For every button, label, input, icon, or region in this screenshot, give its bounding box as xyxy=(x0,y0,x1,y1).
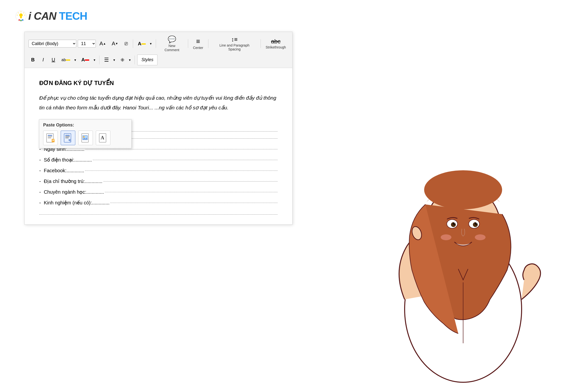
field-label-facebook: Facebook:............. xyxy=(44,166,84,175)
bullets-btn[interactable]: ☰ xyxy=(102,56,111,64)
toolbar-row2: B I U ab ▾ A ▾ ☰ xyxy=(29,54,288,65)
hanoi-tour-text: Hanoi Touri... xyxy=(123,105,153,110)
center-icon: ≡ xyxy=(196,38,200,45)
field-chuyen-nganh: - Chuyên ngành học:............. xyxy=(39,188,278,196)
new-comment-icon: 💬 xyxy=(168,35,176,43)
font-family-select[interactable]: Calibri (Body) xyxy=(29,40,76,48)
doc-intro: Để phục vụ cho công tác tuyển dụng đạt h… xyxy=(39,93,278,112)
font-color-dropdown2[interactable]: ▾ xyxy=(92,56,97,64)
paste-options-title: Paste Options: xyxy=(43,122,128,128)
svg-rect-15 xyxy=(48,138,51,138)
numbering-dropdown[interactable]: ▾ xyxy=(127,56,132,64)
doc-title: ĐƠN ĐĂNG KÝ DỰ TUYỂN xyxy=(39,78,278,88)
numbering-btn[interactable]: ⁜ xyxy=(118,56,127,64)
svg-point-1 xyxy=(19,14,23,17)
font-color-btn[interactable]: A xyxy=(136,39,148,48)
line-spacing-label: Line and Paragraph Spacing xyxy=(213,43,256,52)
svg-rect-14 xyxy=(48,136,52,137)
svg-point-11 xyxy=(22,19,24,21)
increase-font-btn[interactable]: A▲ xyxy=(97,39,108,48)
svg-point-36 xyxy=(454,222,455,224)
paste-keep-source-btn[interactable] xyxy=(43,130,58,145)
field-facebook: - Facebook:............. xyxy=(39,166,278,175)
paste-picture-btn[interactable] xyxy=(78,130,93,145)
decrease-font-btn[interactable]: A▼ xyxy=(110,39,120,48)
new-comment-block[interactable]: 💬 New Comment xyxy=(158,34,186,53)
paste-icons-row: A xyxy=(43,130,128,145)
new-comment-label: New Comment xyxy=(161,44,183,52)
svg-line-7 xyxy=(18,13,19,13)
dash3: - xyxy=(39,156,41,164)
svg-rect-2 xyxy=(20,17,22,18)
line-spacing-block[interactable]: ↕≡ Line and Paragraph Spacing xyxy=(211,35,258,52)
strikethrough-icon: abc xyxy=(271,38,281,45)
font-size-select[interactable]: 11 xyxy=(78,40,96,48)
svg-point-10 xyxy=(20,20,22,21)
divider6 xyxy=(99,56,100,64)
paste-options-popup: Paste Options: xyxy=(39,120,132,148)
field-label-diachi: Địa chỉ thường trú:............. xyxy=(44,177,102,186)
dotted6 xyxy=(105,192,278,192)
toolbar-row1: Calibri (Body) 11 A▲ A▼ ⎚ A ▾ 💬 New xyxy=(29,34,288,53)
font-color-group2: A ▾ xyxy=(79,56,97,64)
highlight-dropdown[interactable]: ▾ xyxy=(73,56,78,64)
field-label-kinh-nghiem: Kinh nghiệm (nếu có):............. xyxy=(44,198,110,207)
underline-btn[interactable]: U xyxy=(49,56,58,64)
italic-btn[interactable]: I xyxy=(39,56,48,64)
bullets-group: ☰ ▾ xyxy=(102,56,117,64)
field-label-chuyen-nganh: Chuyên ngành học:............. xyxy=(44,188,104,196)
paste-merge-formatting-btn[interactable] xyxy=(61,130,75,145)
svg-point-23 xyxy=(83,136,85,138)
svg-line-5 xyxy=(24,13,24,13)
divider5 xyxy=(261,39,261,48)
svg-rect-3 xyxy=(20,18,22,18)
styles-btn[interactable]: Styles xyxy=(137,54,158,65)
strikethrough-block[interactable]: abc Strikethrough xyxy=(263,37,288,50)
svg-rect-18 xyxy=(65,135,70,136)
svg-rect-13 xyxy=(48,135,52,136)
strikethrough-label: Strikethrough xyxy=(266,45,286,50)
dotted7 xyxy=(110,203,278,203)
hanoi-tour-text2: ...ng vấn các hồ sơ đạt yêu cầu. xyxy=(155,105,228,110)
logo-icon xyxy=(15,10,27,22)
bullets-dropdown[interactable]: ▾ xyxy=(112,56,117,64)
numbering-group: ⁜ ▾ xyxy=(118,56,132,64)
logo-can: CAN xyxy=(31,10,56,22)
dotted5 xyxy=(103,181,278,182)
bold-btn[interactable]: B xyxy=(29,56,37,64)
svg-rect-19 xyxy=(65,136,70,137)
highlight-color-group: ab ▾ xyxy=(59,56,78,64)
center-label: Center xyxy=(193,46,203,50)
svg-rect-20 xyxy=(65,138,69,138)
dash6: - xyxy=(39,188,41,196)
doc-intro-text: Để phục vụ cho công tác tuyển dụng đạt h… xyxy=(39,95,276,110)
svg-text:A: A xyxy=(101,135,104,140)
svg-point-9 xyxy=(19,19,20,21)
font-color-group: A ▾ xyxy=(136,39,153,48)
font-color-dropdown[interactable]: ▾ xyxy=(149,39,153,48)
field-label-sdt: Số điện thoại:............. xyxy=(44,156,92,164)
svg-point-37 xyxy=(476,222,477,224)
character-illustration xyxy=(353,100,573,392)
dash4: - xyxy=(39,166,41,175)
logo: i CAN TECH xyxy=(15,10,87,22)
center-block[interactable]: ≡ Center xyxy=(191,36,206,51)
divider3 xyxy=(188,39,188,48)
field-kinh-nghiem: - Kinh nghiệm (nếu có):............. xyxy=(39,198,278,207)
dash7: - xyxy=(39,198,41,207)
divider7 xyxy=(135,56,135,64)
highlight-btn[interactable]: ab xyxy=(59,56,72,64)
bottom-dotted-line xyxy=(39,214,278,215)
clear-format-btn[interactable]: ⎚ xyxy=(122,39,130,48)
dotted4 xyxy=(85,170,278,171)
dotted3 xyxy=(93,160,278,160)
field-sdt: - Số điện thoại:............. xyxy=(39,156,278,164)
font-color-btn2[interactable]: A xyxy=(79,56,91,64)
logo-text: i CAN TECH xyxy=(28,10,87,22)
divider1 xyxy=(133,39,133,48)
divider4 xyxy=(208,39,208,48)
dash5: - xyxy=(39,177,41,186)
paste-text-only-btn[interactable]: A xyxy=(96,130,110,145)
line-spacing-icon: ↕≡ xyxy=(231,36,238,43)
field-diachi: - Địa chỉ thường trú:............. xyxy=(39,177,278,186)
